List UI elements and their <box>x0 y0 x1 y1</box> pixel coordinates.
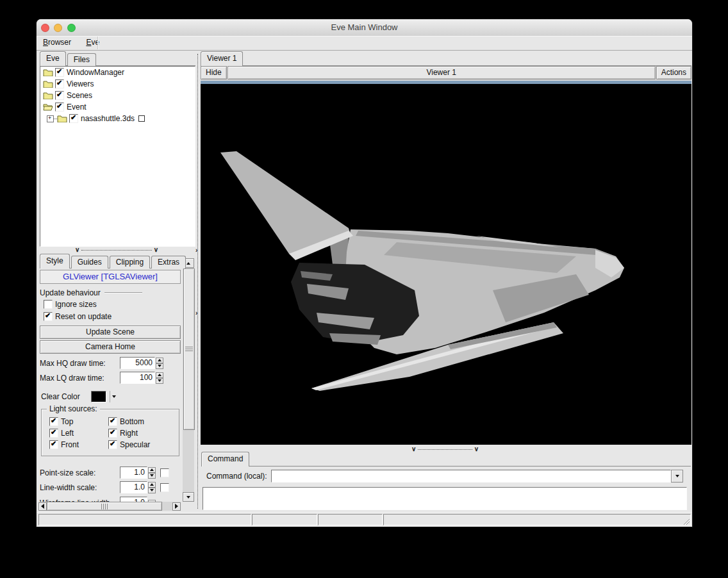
tree-checkbox[interactable] <box>55 68 64 77</box>
tab-eve[interactable]: Eve <box>40 51 66 66</box>
viewer-splitter[interactable]: ∨ ∨ <box>411 446 479 452</box>
command-output[interactable] <box>203 487 687 510</box>
line-width-checkbox[interactable] <box>160 483 169 492</box>
tab-guides[interactable]: Guides <box>71 256 108 268</box>
tree-row[interactable]: Scenes <box>40 90 195 101</box>
max-lq-input[interactable]: 100 <box>120 372 155 384</box>
point-size-spin-down[interactable] <box>148 473 156 479</box>
light-bottom-option[interactable]: Bottom <box>108 417 172 426</box>
title-bar[interactable]: Eve Main Window <box>37 19 692 37</box>
tree-checkbox[interactable] <box>55 91 64 100</box>
status-cell <box>318 514 383 525</box>
viewer-title[interactable]: Viewer 1 <box>228 66 656 79</box>
scroll-down-button[interactable] <box>183 492 194 502</box>
spin-up-icon <box>150 468 154 471</box>
max-hq-spin-down[interactable] <box>156 363 163 369</box>
light-bottom-checkbox[interactable] <box>108 417 117 426</box>
dropdown-arrow-icon <box>675 475 679 477</box>
wireframe-input[interactable]: 1.0 <box>120 497 147 502</box>
glviewer-link-button[interactable]: GLViewer [TGLSAViewer] <box>40 270 181 284</box>
zoom-button[interactable] <box>67 24 76 32</box>
tab-files[interactable]: Files <box>67 53 96 66</box>
light-sources-group: Light sources: Top Bottom Left Right Fro… <box>41 409 179 456</box>
ignore-sizes-option[interactable]: Ignore sizes <box>44 300 97 309</box>
light-specular-option[interactable]: Specular <box>108 440 172 449</box>
max-hq-spin-up[interactable] <box>156 358 163 363</box>
scroll-right-button[interactable] <box>172 502 181 511</box>
ignore-sizes-checkbox[interactable] <box>44 300 53 309</box>
status-cell <box>383 514 691 525</box>
light-right-option[interactable]: Right <box>108 429 172 438</box>
light-right-checkbox[interactable] <box>108 429 117 438</box>
select-box-icon[interactable] <box>138 115 145 122</box>
tab-viewer-1[interactable]: Viewer 1 <box>201 51 243 66</box>
clear-color-label: Clear Color <box>41 392 91 401</box>
tree-item-label: Scenes <box>64 91 92 100</box>
reset-on-update-checkbox[interactable] <box>44 312 53 321</box>
tree-item-label: WindowManager <box>64 68 124 77</box>
tree-row[interactable]: nasashuttle.3ds <box>40 113 195 124</box>
max-lq-spin-down[interactable] <box>156 378 163 384</box>
tree-checkbox[interactable] <box>55 79 64 88</box>
style-panel: GLViewer [TGLSAViewer] Update behaviour … <box>40 268 183 502</box>
tab-style[interactable]: Style <box>40 254 70 268</box>
tree-row[interactable]: Viewers <box>40 78 195 90</box>
spin-down-icon <box>150 489 154 491</box>
update-scene-button[interactable]: Update Scene <box>40 326 181 339</box>
minimize-button[interactable] <box>54 24 62 32</box>
vscroll-thumb[interactable] <box>183 268 195 430</box>
tab-clipping[interactable]: Clipping <box>110 256 150 268</box>
camera-home-button[interactable]: Camera Home <box>40 340 181 354</box>
clear-color-dropdown[interactable] <box>112 395 116 398</box>
line-width-row: Line-width scale: 1.0 <box>40 481 182 493</box>
actions-button[interactable]: Actions <box>656 66 691 79</box>
spin-up-icon <box>150 483 154 486</box>
update-behaviour-title: Update behaviour <box>40 288 101 297</box>
scroll-left-button[interactable] <box>38 502 47 511</box>
line-width-spin-up[interactable] <box>148 482 156 488</box>
splitter-chevron-icon: ∨ <box>75 248 79 252</box>
command-input[interactable] <box>271 470 671 483</box>
light-top-checkbox[interactable] <box>49 417 58 426</box>
light-left-checkbox[interactable] <box>49 429 58 438</box>
line-width-spin-down[interactable] <box>148 488 156 493</box>
command-dropdown-button[interactable] <box>671 470 683 483</box>
hscroll-thumb[interactable] <box>47 502 162 511</box>
menu-separator <box>97 37 99 49</box>
line-width-input[interactable]: 1.0 <box>120 481 147 493</box>
max-lq-spin-up[interactable] <box>156 372 163 378</box>
expand-icon[interactable] <box>47 115 54 122</box>
light-front-checkbox[interactable] <box>49 440 58 449</box>
close-button[interactable] <box>41 24 49 32</box>
max-hq-input[interactable]: 5000 <box>120 357 155 369</box>
tree-row[interactable]: WindowManager <box>40 67 195 78</box>
left-splitter[interactable]: ∨ ∨ <box>75 247 158 253</box>
panel-splitter[interactable]: › › <box>195 50 200 513</box>
tree-row[interactable]: Event <box>40 101 195 113</box>
clear-color-swatch[interactable] <box>91 391 106 402</box>
style-hscrollbar[interactable] <box>38 502 181 511</box>
tree-checkbox[interactable] <box>55 103 64 111</box>
style-vscrollbar[interactable] <box>183 258 194 502</box>
editor-tabbar: Style Guides Clipping Extras <box>40 254 182 268</box>
point-size-checkbox[interactable] <box>160 468 169 477</box>
reset-on-update-option[interactable]: Reset on update <box>44 312 112 321</box>
browser-tabbar: Eve Files <box>40 51 195 66</box>
light-front-option[interactable]: Front <box>49 440 108 449</box>
point-size-input[interactable]: 1.0 <box>120 467 147 479</box>
max-hq-label: Max HQ draw time: <box>40 359 120 368</box>
tab-extras[interactable]: Extras <box>151 256 186 268</box>
spin-down-icon <box>150 474 154 477</box>
hide-button[interactable]: Hide <box>201 66 227 79</box>
light-top-option[interactable]: Top <box>49 417 108 426</box>
tab-command[interactable]: Command <box>201 452 249 467</box>
menu-browser[interactable]: Browser <box>37 36 78 47</box>
light-specular-checkbox[interactable] <box>108 440 117 449</box>
point-size-spin-up[interactable] <box>148 467 156 473</box>
menu-eve[interactable]: Eve <box>79 36 106 47</box>
splitter-chevron-icon: › <box>195 249 197 252</box>
light-left-option[interactable]: Left <box>49 429 108 438</box>
tree-checkbox[interactable] <box>69 114 78 123</box>
resize-grip-icon[interactable] <box>682 518 690 525</box>
gl-viewport[interactable] <box>201 84 691 445</box>
